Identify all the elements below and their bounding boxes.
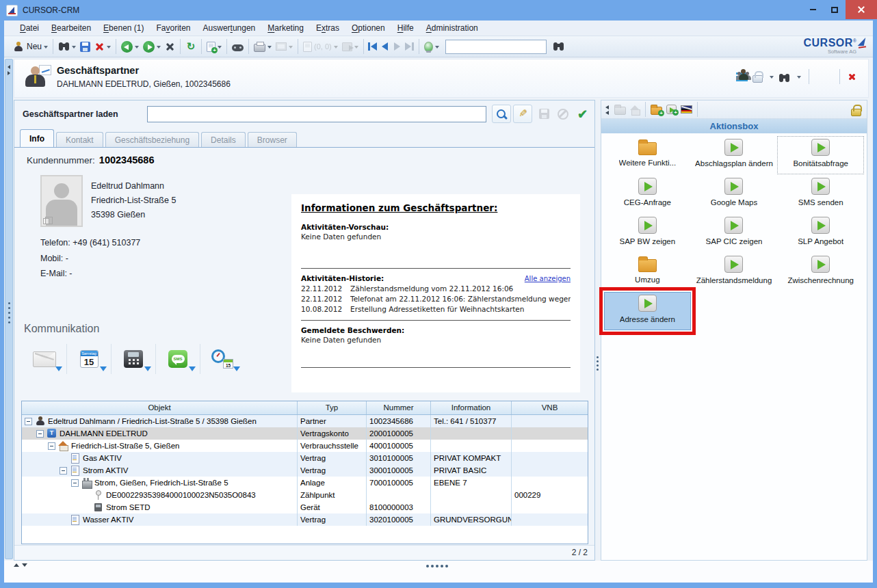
menu-optionen[interactable]: Optionen [345, 21, 391, 36]
nav-first-button[interactable] [367, 41, 378, 52]
new-button[interactable]: Neu [11, 38, 50, 55]
action-sap-bw-zeigen[interactable]: SAP BW zeigen [604, 214, 691, 252]
email-button[interactable] [25, 341, 64, 377]
group-icon[interactable] [817, 71, 832, 83]
menu-administration[interactable]: Administration [420, 21, 484, 36]
cancel-button[interactable] [163, 38, 177, 55]
tree-expander-icon[interactable] [71, 479, 79, 487]
tab-kontakt[interactable]: Kontakt [56, 132, 103, 147]
lock-dropdown-icon[interactable] [770, 76, 774, 81]
table-row[interactable]: Friedrich-List-Straße 5, GießenVerbrauch… [22, 440, 588, 452]
minimize-button[interactable] [802, 0, 824, 19]
action-slp-angebot[interactable]: SLP Angebot [777, 214, 864, 252]
email-dropdown-icon[interactable] [55, 366, 62, 375]
left-splitter[interactable] [5, 59, 13, 559]
typ-cell: Gerät [298, 501, 367, 513]
table-row[interactable]: Wasser AKTIVVertrag3020100005GRUNDVERSOR… [22, 513, 588, 526]
tree-expander-icon[interactable] [48, 442, 55, 450]
menu-hilfe[interactable]: Hilfe [391, 21, 420, 36]
reminder-dropdown-icon[interactable] [233, 366, 240, 375]
table-row[interactable]: Strom, Gießen, Friedrich-List-Straße 5An… [22, 477, 588, 489]
forward-button[interactable] [141, 38, 163, 55]
bottom-splitter-grip[interactable] [426, 565, 429, 567]
new-document-button[interactable] [205, 38, 224, 55]
action-zählerstandsmeldung[interactable]: Zählerstandsmeldung [691, 253, 778, 291]
action-ceg-anfrage[interactable]: CEG-Anfrage [604, 175, 691, 213]
mid-splitter[interactable] [595, 100, 601, 561]
table-row[interactable]: DE000229353984000100023N5035O0843Zählpun… [22, 489, 588, 501]
bottom-collapse-arrows[interactable] [14, 563, 30, 568]
search-button[interactable] [56, 38, 78, 55]
action-sap-cic-zeigen[interactable]: SAP CIC zeigen [691, 214, 778, 252]
column-typ[interactable]: Typ [298, 401, 367, 414]
action-abschlagsplan-ändern[interactable]: Abschlagsplan ändern [691, 136, 778, 174]
delete-button[interactable] [92, 38, 113, 55]
tree-expander-icon[interactable] [36, 430, 44, 438]
menu-bearbeiten[interactable]: Bearbeiten [45, 21, 97, 36]
status-lamp-button[interactable] [422, 38, 441, 55]
close-button[interactable] [846, 0, 877, 19]
appointment-button[interactable]: Samstag 15 [70, 341, 108, 377]
tree-expander-icon[interactable] [60, 467, 67, 475]
new-dropdown-icon[interactable] [44, 46, 48, 51]
column-vnb[interactable]: VNB [512, 401, 588, 414]
tab-geschäftsbeziehung[interactable]: Geschäftsbeziehung [105, 132, 199, 147]
panel-collapse-arrows[interactable] [605, 105, 610, 114]
action-adresse-ändern[interactable]: Adresse ändern [604, 292, 691, 330]
action-zwischenrechnung[interactable]: Zwischenrechnung [777, 253, 864, 291]
column-objekt[interactable]: Objekt [22, 401, 298, 414]
sms-button[interactable]: SMS [159, 341, 197, 377]
table-row[interactable]: Strom AKTIVVertrag3000100005PRIVAT BASIC [22, 464, 588, 477]
phone-button[interactable] [114, 341, 153, 377]
edit-button[interactable] [513, 105, 532, 123]
workflow-button[interactable] [230, 38, 246, 55]
back-button[interactable] [119, 38, 141, 55]
tab-browser[interactable]: Browser [248, 132, 297, 147]
phone-dropdown-icon[interactable] [144, 366, 151, 375]
action-weitere-funkti[interactable]: Weitere Funkti... [604, 136, 691, 174]
sms-dropdown-icon[interactable] [189, 366, 196, 375]
maximize-button[interactable] [824, 0, 846, 19]
quick-search-button[interactable] [551, 38, 566, 55]
quick-search-input[interactable] [445, 40, 547, 54]
table-row[interactable]: Edeltrud Dahlmann / Friedrich-List-Straß… [22, 415, 588, 427]
action-google-maps[interactable]: Google Maps [691, 175, 778, 213]
table-row[interactable]: Strom SETDGerät8100000003 [22, 501, 588, 513]
refresh-button[interactable] [183, 38, 198, 55]
table-row[interactable]: Gas AKTIVVertrag3010100005PRIVAT KOMPAKT [22, 452, 588, 464]
menu-datei[interactable]: Datei [14, 21, 45, 36]
loader-search-button[interactable] [492, 105, 511, 123]
nav-prev-button[interactable] [380, 41, 391, 52]
menu-ebenen-1[interactable]: Ebenen (1) [97, 21, 150, 36]
appointment-dropdown-icon[interactable] [100, 366, 107, 375]
print-button[interactable] [252, 38, 274, 55]
menu-marketing[interactable]: Marketing [261, 21, 310, 36]
contact-photo[interactable] [40, 175, 83, 227]
header-search-dropdown-icon[interactable] [797, 76, 801, 81]
tab-info[interactable]: Info [20, 129, 54, 147]
new-folder-button[interactable] [649, 101, 664, 118]
column-nummer[interactable]: Nummer [367, 401, 431, 414]
table-row[interactable]: DAHLMANN EDELTRUDVertragskonto2000100005 [22, 427, 588, 440]
new-action-button[interactable] [664, 101, 679, 118]
action-sms-senden[interactable]: SMS senden [777, 175, 864, 213]
close-view-icon[interactable] [848, 72, 856, 81]
action-bonitätsabfrage[interactable]: Bonitätsabfrage [777, 136, 864, 174]
header-search-icon[interactable] [778, 74, 790, 83]
language-button[interactable] [679, 101, 694, 118]
action-umzug[interactable]: Umzug [604, 253, 691, 291]
tree-expander-icon[interactable] [25, 418, 32, 425]
splitter-grip [8, 302, 10, 304]
menu-favoriten[interactable]: Favoriten [150, 21, 196, 36]
column-information[interactable]: Information [431, 401, 512, 414]
confirm-button[interactable] [574, 105, 593, 123]
menu-extras[interactable]: Extras [310, 21, 345, 36]
tab-details[interactable]: Details [201, 132, 246, 147]
menu-auswertungen[interactable]: Auswertungen [197, 21, 262, 36]
reminder-button[interactable]: 15 [203, 341, 241, 377]
actionbox-lock-icon[interactable] [851, 109, 861, 116]
save-button[interactable] [78, 38, 92, 55]
lock-icon[interactable] [752, 75, 763, 83]
loader-search-input[interactable] [147, 106, 486, 122]
alle-anzeigen-link[interactable]: Alle anzeigen [525, 275, 571, 282]
